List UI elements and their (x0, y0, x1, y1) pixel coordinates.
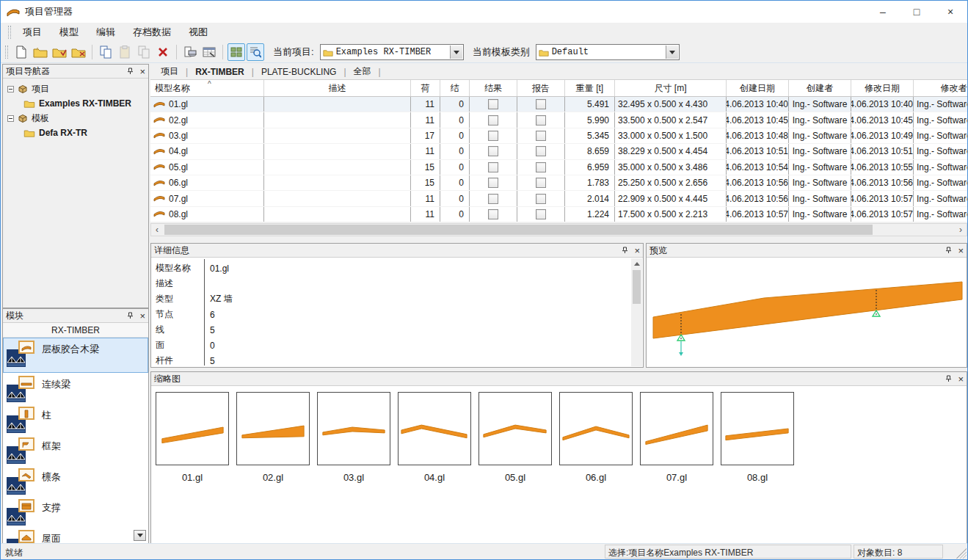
report-checkbox[interactable] (536, 99, 546, 109)
paste-button[interactable] (116, 43, 134, 61)
thumbnail-07.gl[interactable]: 07.gl (640, 392, 713, 483)
menu-item-存档数据[interactable]: 存档数据 (124, 23, 180, 41)
results-checkbox[interactable] (488, 131, 498, 141)
column-header-重量 [t][interactable]: 重量 [t] (565, 80, 615, 96)
table-row-01.gl[interactable]: 01.gl1105.49132.495 x 0.500 x 4.43014.06… (150, 97, 967, 112)
maximize-button[interactable]: □ (900, 1, 934, 23)
thumbnail-image[interactable] (721, 392, 794, 465)
module-item-层板胶合木梁[interactable]: 层板胶合木梁 (3, 338, 148, 373)
current-project-combobox[interactable]: Examples RX-TIMBER (320, 44, 464, 60)
column-header-修改者[interactable]: 修改者 (914, 80, 967, 96)
tree-node-项目[interactable]: 项目 (7, 81, 148, 96)
new-model-button[interactable] (12, 43, 30, 61)
module-item-支撑[interactable]: 支撑 (3, 496, 148, 527)
pin-icon[interactable] (622, 247, 628, 254)
connect-button[interactable] (181, 43, 199, 61)
report-checkbox[interactable] (536, 162, 546, 172)
table-row-08.gl[interactable]: 08.gl1101.22417.500 x 0.500 x 2.21314.06… (150, 207, 967, 222)
table-row-07.gl[interactable]: 07.gl1102.01422.909 x 0.500 x 4.44514.06… (150, 191, 967, 206)
table-row-05.gl[interactable]: 05.gl1506.95935.000 x 0.500 x 3.48614.06… (150, 160, 967, 175)
thumbnail-01.gl[interactable]: 01.gl (156, 392, 229, 483)
copy-button[interactable] (97, 43, 114, 61)
preview-view-toggle[interactable] (247, 43, 264, 61)
close-panel-icon[interactable]: × (634, 246, 640, 255)
tree-expander-icon[interactable] (7, 86, 14, 92)
results-checkbox[interactable] (488, 99, 498, 109)
pin-icon[interactable] (945, 247, 952, 254)
pin-icon[interactable] (945, 375, 952, 382)
minimize-button[interactable]: – (866, 1, 900, 23)
results-checkbox[interactable] (488, 209, 498, 219)
close-button[interactable]: × (934, 1, 967, 23)
module-item-柱[interactable]: 柱 (3, 404, 148, 434)
open-project-button[interactable] (51, 43, 68, 61)
module-item-框架[interactable]: 框架 (3, 434, 148, 465)
tree-item-Examples RX-TIMBER[interactable]: Examples RX-TIMBER (7, 96, 148, 111)
menu-item-编辑[interactable]: 编辑 (87, 23, 124, 41)
column-header-尺寸 [m][interactable]: 尺寸 [m] (615, 80, 727, 96)
copy-special-button[interactable] (135, 43, 153, 61)
report-checkbox[interactable] (536, 131, 546, 141)
tab-RX-TIMBER[interactable]: RX-TIMBER (189, 65, 250, 79)
thumbnail-image[interactable] (317, 392, 390, 465)
tab-PLATE-BUCKLING[interactable]: PLATE-BUCKLING (255, 65, 342, 79)
results-checkbox[interactable] (488, 115, 498, 126)
column-header-描述[interactable]: 描述 (264, 80, 411, 96)
dropdown-arrow-icon[interactable] (666, 46, 678, 59)
pin-icon[interactable] (127, 312, 134, 319)
tab-项目[interactable]: 项目 (155, 64, 184, 79)
table-row-06.gl[interactable]: 06.gl1501.78325.250 x 0.500 x 2.65614.06… (150, 175, 967, 191)
results-checkbox[interactable] (488, 162, 498, 172)
report-checkbox[interactable] (536, 146, 546, 156)
thumbnail-06.gl[interactable]: 06.gl (559, 392, 633, 483)
results-checkbox[interactable] (488, 194, 498, 204)
close-panel-icon[interactable]: × (958, 246, 964, 255)
column-header-报告[interactable]: 报告 (517, 80, 565, 96)
thumbnail-image[interactable] (156, 392, 229, 465)
dropdown-arrow-icon[interactable] (450, 46, 462, 59)
pin-icon[interactable] (127, 68, 134, 75)
column-header-结[interactable]: 结 (440, 80, 470, 96)
horizontal-scrollbar[interactable]: ‹ › (150, 223, 967, 236)
menu-item-视图[interactable]: 视图 (180, 23, 216, 41)
column-header-模型名称[interactable]: 模型名称^ (150, 80, 264, 96)
results-checkbox[interactable] (488, 178, 498, 188)
report-checkbox[interactable] (536, 194, 546, 204)
tree-expander-icon[interactable] (7, 115, 14, 122)
new-project-button[interactable] (32, 43, 49, 61)
column-header-荷[interactable]: 荷 (411, 80, 440, 96)
archive-table-button[interactable] (200, 43, 218, 61)
scroll-left-icon[interactable]: ‹ (151, 225, 163, 235)
close-panel-icon[interactable]: × (139, 311, 145, 321)
menu-item-项目[interactable]: 项目 (14, 23, 51, 41)
module-item-檩条[interactable]: 檩条 (3, 465, 148, 496)
module-item-连续梁[interactable]: 连续梁 (3, 373, 148, 404)
scrollbar-thumb[interactable] (164, 225, 873, 235)
modules-scroll-down-button[interactable] (134, 530, 146, 541)
details-vertical-scrollbar[interactable] (631, 258, 642, 366)
thumbnail-image[interactable] (640, 392, 713, 465)
tab-全部[interactable]: 全部 (348, 64, 377, 79)
delete-project-button[interactable] (70, 43, 87, 61)
table-row-02.gl[interactable]: 02.gl1105.99033.500 x 0.500 x 2.54714.06… (150, 112, 967, 128)
thumbnail-image[interactable] (236, 392, 310, 465)
thumbnail-02.gl[interactable]: 02.gl (236, 392, 310, 483)
column-header-结果[interactable]: 结果 (470, 80, 517, 96)
column-header-创建者[interactable]: 创建者 (789, 80, 851, 96)
close-panel-icon[interactable]: × (958, 374, 964, 384)
grid-view-toggle[interactable] (228, 43, 245, 61)
column-header-创建日期[interactable]: 创建日期 (727, 80, 789, 96)
thumbnail-image[interactable] (398, 392, 471, 465)
thumbnail-04.gl[interactable]: 04.gl (398, 392, 471, 483)
thumbnail-image[interactable] (478, 392, 552, 465)
close-panel-icon[interactable]: × (139, 67, 145, 76)
table-row-03.gl[interactable]: 03.gl1705.34533.000 x 0.500 x 1.50014.06… (150, 128, 967, 144)
report-checkbox[interactable] (536, 178, 546, 188)
thumbnail-08.gl[interactable]: 08.gl (721, 392, 794, 483)
table-row-04.gl[interactable]: 04.gl1108.65938.229 x 0.500 x 4.45414.06… (150, 144, 967, 159)
resize-grip[interactable] (956, 548, 967, 559)
scroll-right-icon[interactable]: › (955, 225, 967, 235)
results-checkbox[interactable] (488, 146, 498, 156)
delete-button[interactable] (154, 43, 172, 61)
thumbnail-05.gl[interactable]: 05.gl (478, 392, 552, 483)
